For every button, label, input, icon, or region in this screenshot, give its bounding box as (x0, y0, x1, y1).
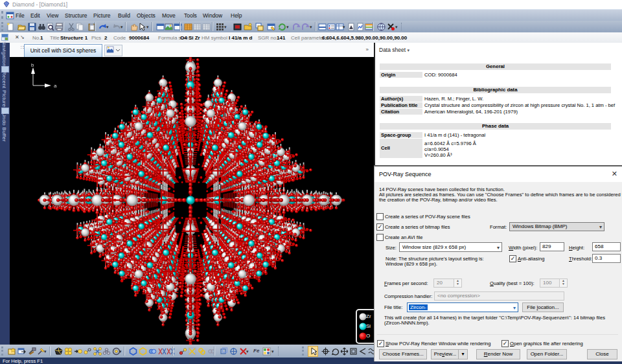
svg-text:b: b (31, 62, 34, 68)
svg-text:a: a (54, 83, 57, 89)
